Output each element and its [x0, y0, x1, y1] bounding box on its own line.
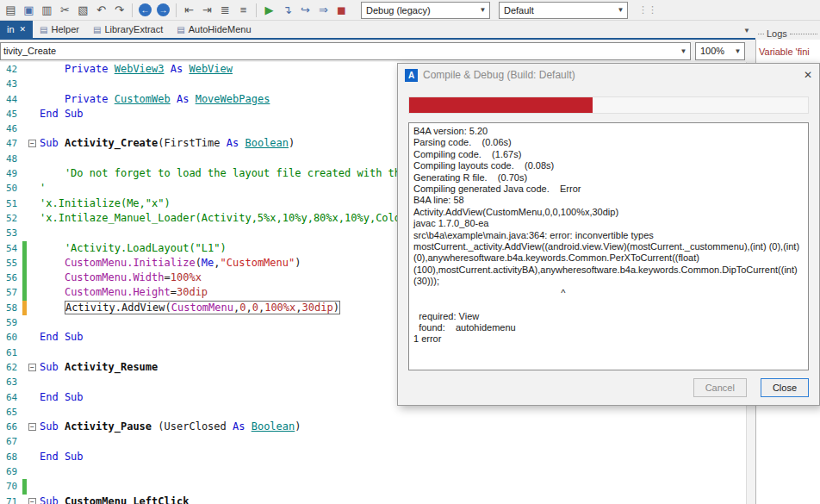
undo-icon[interactable]: ↶: [92, 3, 110, 18]
code-line[interactable]: 65: [0, 405, 746, 420]
line-number: 58: [0, 301, 22, 315]
code-text: 'Do not forget to load the layout file c…: [40, 166, 407, 181]
fold-collapse-icon[interactable]: −: [27, 136, 40, 151]
fold-margin: [27, 405, 40, 420]
code-text: CustomMenu.Height=30dip: [40, 285, 208, 300]
code-line[interactable]: 70: [0, 479, 746, 494]
navigate-forward-icon[interactable]: →: [157, 3, 170, 16]
navigate-back-icon[interactable]: ←: [139, 3, 152, 16]
line-number: 56: [0, 271, 22, 285]
fold-margin: [27, 434, 40, 449]
dotted-divider: [790, 34, 817, 34]
cut-icon[interactable]: ✂: [56, 3, 74, 18]
code-line[interactable]: 67: [0, 434, 746, 449]
fold-margin: [27, 241, 40, 256]
save-icon[interactable]: ▣: [20, 3, 38, 18]
close-icon[interactable]: ✕: [804, 69, 812, 81]
tab-label: AutoHideMenu: [189, 24, 252, 34]
redo-icon[interactable]: ↷: [110, 3, 128, 18]
b4a-ide-window: ▤▣▥✂▧↶↷←→⇤⇥≣≡▶↴↪⇒◼ Debug (legacy) ▼ Defa…: [0, 0, 820, 504]
code-text: Private CustomWeb As MoveWebPages: [40, 92, 270, 107]
fold-margin: [27, 211, 40, 226]
fold-margin: [27, 152, 40, 166]
line-number: 50: [0, 181, 22, 196]
fold-margin: [27, 166, 40, 181]
code-text: 'Activity.LoadLayout("L1"): [40, 241, 227, 256]
tab-autohidemenu[interactable]: ▤AutoHideMenu: [170, 21, 258, 38]
tab-in[interactable]: in✕: [0, 21, 33, 38]
code-line[interactable]: 71−Sub CustomMenu_LeftClick: [0, 495, 746, 504]
line-number: 57: [0, 285, 22, 300]
paste-icon[interactable]: ▧: [74, 3, 92, 18]
line-number: 71: [0, 495, 22, 504]
fold-collapse-icon[interactable]: −: [27, 360, 40, 375]
build-config-select[interactable]: Default ▼: [499, 2, 628, 19]
build-mode-select[interactable]: Debug (legacy) ▼: [361, 2, 490, 19]
new-file-icon[interactable]: ▤: [2, 3, 20, 18]
line-number: 46: [0, 121, 22, 136]
comment-icon[interactable]: ≣: [216, 3, 234, 18]
zoom-select[interactable]: 100% ▼: [695, 42, 745, 60]
indent-icon[interactable]: ⇥: [198, 3, 216, 18]
fold-collapse-icon[interactable]: −: [27, 420, 40, 434]
chevron-down-icon: ▼: [476, 6, 489, 14]
line-number: 43: [0, 77, 22, 91]
close-tab-icon[interactable]: ✕: [20, 25, 27, 34]
chevron-down-icon: ▼: [614, 6, 627, 14]
line-number: 62: [0, 360, 22, 375]
tab-libraryextract[interactable]: ▤LibraryExtract: [86, 21, 170, 38]
uncomment-icon[interactable]: ≡: [234, 3, 252, 18]
fold-margin: [27, 345, 40, 360]
compile-debug-dialog: A Compile & Debug (Build: Default) ✕ B4A…: [397, 63, 820, 406]
line-number: 70: [0, 479, 22, 494]
chevron-down-icon: ▼: [731, 47, 744, 55]
line-number: 44: [0, 92, 22, 107]
fold-margin: [27, 285, 40, 300]
code-text: Sub Activity_Pause (UserClosed As Boolea…: [40, 420, 301, 434]
compile-progress-bar: [408, 96, 809, 114]
line-number: 42: [0, 62, 22, 77]
toolbar-overflow-grip[interactable]: ⋮⋮: [638, 4, 657, 16]
fold-margin: [27, 479, 40, 494]
step-over-icon[interactable]: ↪: [296, 3, 314, 18]
stop-icon[interactable]: ◼: [332, 3, 351, 18]
tab-overflow-icon[interactable]: ▼: [743, 27, 750, 34]
fold-margin: [27, 464, 40, 479]
fold-collapse-icon[interactable]: −: [27, 495, 40, 504]
code-line[interactable]: 68End Sub: [0, 450, 746, 464]
code-line[interactable]: 69: [0, 464, 746, 479]
code-file-icon: ▤: [40, 25, 47, 34]
fold-margin: [27, 121, 40, 136]
close-button[interactable]: Close: [761, 378, 809, 397]
toolbar-separator: [176, 3, 177, 17]
compile-log-output[interactable]: B4A version: 5.20 Parsing code. (0.06s) …: [408, 122, 809, 370]
tabs-strip: in✕▤Helper▤LibraryExtract▤AutoHideMenu▼: [0, 21, 755, 40]
build-mode-value: Debug (legacy): [366, 5, 431, 16]
code-text: Sub CustomMenu_LeftClick: [40, 495, 189, 504]
fold-margin: [27, 450, 40, 464]
code-text: CustomMenu.Width=100%x: [40, 271, 202, 285]
sub-navigator-select[interactable]: tivity_Create ▼: [0, 42, 691, 60]
sub-navigator-value: tivity_Create: [3, 46, 56, 56]
fold-minus-glyph: −: [28, 140, 36, 147]
line-number: 66: [0, 420, 22, 434]
run-icon[interactable]: ▶: [260, 3, 278, 18]
outdent-icon[interactable]: ⇤: [180, 3, 198, 18]
copy-icon[interactable]: ▥: [38, 3, 56, 18]
fold-margin: [27, 315, 40, 330]
line-number: 51: [0, 196, 22, 211]
tab-label: LibraryExtract: [104, 24, 163, 34]
toolbar-icons: ▤▣▥✂▧↶↷←→⇤⇥≣≡▶↴↪⇒◼: [2, 3, 351, 18]
step-into-icon[interactable]: ↴: [278, 3, 296, 18]
code-text: End Sub: [40, 390, 84, 405]
line-number: 55: [0, 256, 22, 271]
code-line[interactable]: 66−Sub Activity_Pause (UserClosed As Boo…: [0, 420, 746, 434]
cancel-button[interactable]: Cancel: [693, 378, 747, 397]
resume-icon[interactable]: ⇒: [314, 3, 332, 18]
fold-margin: [27, 196, 40, 211]
logs-panel-header[interactable]: Logs: [755, 21, 820, 40]
fold-margin: [27, 271, 40, 285]
tab-label: in: [7, 24, 15, 34]
tab-helper[interactable]: ▤Helper: [33, 21, 86, 38]
dialog-title-bar[interactable]: A Compile & Debug (Build: Default) ✕: [398, 64, 819, 86]
